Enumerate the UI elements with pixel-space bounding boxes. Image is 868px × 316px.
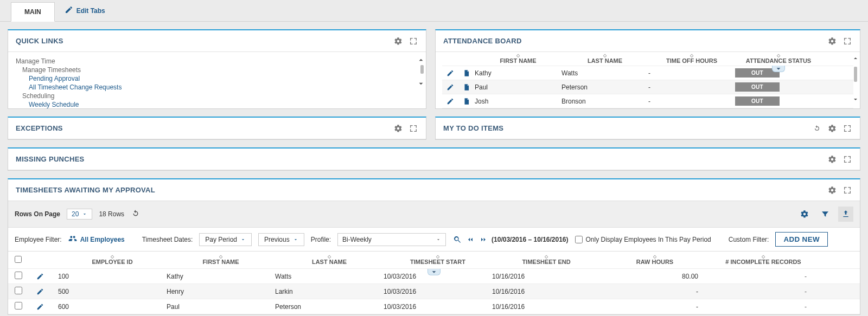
panel-missing-punches: MISSING PUNCHES [8,147,860,171]
search-date-icon[interactable] [452,235,462,244]
attendance-row: PaulPeterson-OUT [442,80,853,94]
gear-icon[interactable] [827,36,837,46]
edit-tabs-label: Edit Tabs [76,7,105,15]
only-display-checkbox[interactable]: Only Display Employees In This Pay Perio… [575,236,711,243]
cell-status: OUT [735,96,822,106]
cell-incomplete: - [709,273,818,280]
cell-raw-hours: - [601,288,709,295]
link-weekly-schedule[interactable]: Weekly Schedule [29,101,418,108]
col-incomplete-records[interactable]: # INCOMPLETE RECORDS [725,259,801,265]
chevron-up-icon[interactable] [852,55,859,63]
filter-icon[interactable] [818,207,833,222]
expand-icon[interactable] [409,124,418,133]
people-icon [68,234,77,244]
gear-icon[interactable] [393,124,403,133]
expand-icon[interactable] [843,124,852,133]
expand-icon[interactable] [843,154,852,164]
previous-select[interactable]: Previous [258,233,304,246]
add-new-button[interactable]: ADD NEW [775,232,827,247]
panel-todo: MY TO DO ITEMS [435,117,860,140]
profile-value: Bi-Weekly [342,236,372,243]
edit-icon[interactable] [36,273,58,280]
col-first-name[interactable]: FIRST NAME [500,57,536,64]
pay-period-value: Pay Period [205,236,237,243]
cell-incomplete: - [709,288,818,295]
row-count: 18 Rows [99,210,124,218]
chevron-down-icon[interactable] [852,96,859,104]
settings-icon[interactable] [797,207,812,222]
col-raw-hours[interactable]: RAW HOURS [636,259,673,265]
attendance-row: KathyWatts-OUT [442,66,853,80]
collapse-handle-icon[interactable] [427,269,441,275]
document-icon[interactable] [458,83,475,91]
cell-timeoff: - [648,83,735,91]
gear-icon[interactable] [393,36,403,46]
cell-first-name: Kathy [475,69,561,77]
document-icon[interactable] [458,69,475,77]
profile-select[interactable]: Bi-Weekly [337,233,446,246]
cell-last-name: Peterson [275,303,384,311]
link-pending-approval[interactable]: Pending Approval [29,75,418,82]
prev-period-icon[interactable] [465,235,475,244]
chevron-up-icon[interactable] [417,56,425,66]
scrollbar-thumb[interactable] [854,67,857,82]
tab-main[interactable]: MAIN [11,2,55,22]
chevron-down-icon[interactable] [417,80,425,89]
employee-filter-label: Employee Filter: [15,236,62,243]
row-checkbox[interactable] [15,272,22,279]
previous-value: Previous [264,236,290,243]
missing-title: MISSING PUNCHES [16,155,85,163]
export-icon[interactable] [838,207,853,222]
scrollbar-thumb[interactable] [420,65,424,74]
expand-icon[interactable] [409,36,418,46]
cell-timesheet-start: 10/03/2016 [384,303,492,311]
col-timeoff[interactable]: TIME OFF HOURS [666,57,717,64]
gear-icon[interactable] [827,185,837,195]
row-checkbox[interactable] [15,287,22,294]
collapse-handle-icon[interactable] [772,66,785,72]
cell-employee-id: 500 [58,288,167,295]
cell-timesheet-end: 10/16/2016 [492,288,601,295]
panel-exceptions: EXCEPTIONS [8,117,426,140]
employee-filter-button[interactable]: All Employees [68,234,125,244]
col-timesheet-end[interactable]: TIMESHEET END [522,259,570,265]
cell-timesheet-start: 10/03/2016 [384,288,492,295]
edit-icon[interactable] [36,288,58,295]
pay-period-select[interactable]: Pay Period [199,233,252,246]
employee-filter-value: All Employees [80,236,125,243]
document-icon[interactable] [458,98,475,105]
edit-icon[interactable] [442,83,458,91]
attendance-title: ATTENDANCE BOARD [443,37,522,45]
expand-icon[interactable] [843,185,852,195]
cell-first-name: Josh [475,98,561,105]
edit-icon[interactable] [442,98,458,105]
panel-quick-links: QUICK LINKS Manage Time Manage Timesheet… [8,29,426,109]
edit-icon[interactable] [442,69,458,77]
refresh-icon[interactable] [812,124,822,133]
col-attendance-status[interactable]: ATTENDANCE STATUS [746,57,811,64]
next-period-icon[interactable] [478,235,488,244]
gear-icon[interactable] [827,124,837,133]
cell-last-name: Peterson [561,83,648,91]
gear-icon[interactable] [827,154,837,164]
link-all-change-requests[interactable]: All Timesheet Change Requests [29,83,418,91]
edit-icon[interactable] [36,303,58,311]
chevron-down-icon [436,237,441,242]
row-checkbox[interactable] [15,302,22,309]
refresh-icon[interactable] [131,209,141,220]
cell-last-name: Bronson [561,98,648,105]
edit-tabs-button[interactable]: Edit Tabs [60,0,110,21]
cell-timesheet-end: 10/16/2016 [492,273,601,280]
only-display-input[interactable] [575,236,583,243]
col-last-name[interactable]: LAST NAME [588,57,622,64]
select-all-checkbox[interactable] [15,256,22,263]
cell-last-name: Watts [561,69,648,77]
timesheet-dates-label: Timesheet Dates: [142,236,193,243]
col-first-name[interactable]: FIRST NAME [202,259,239,265]
expand-icon[interactable] [843,36,852,46]
rows-on-page-select[interactable]: 20 [67,209,92,220]
col-timesheet-start[interactable]: TIMESHEET START [410,259,465,265]
attendance-row: JoshBronson-OUT [442,94,853,108]
col-employee-id[interactable]: EMPLOYEE ID [92,259,132,265]
col-last-name[interactable]: LAST NAME [312,259,347,265]
